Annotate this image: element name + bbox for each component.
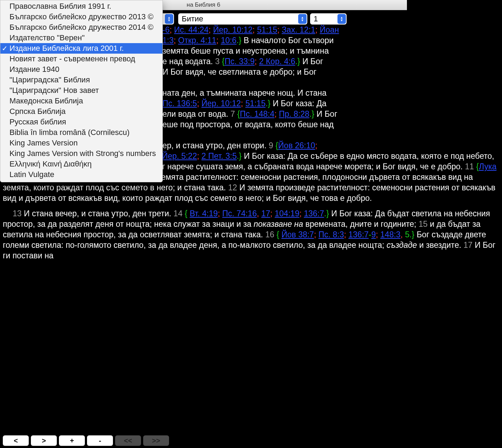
book-select-value: Битие bbox=[182, 14, 203, 23]
verse-text: И Бог bbox=[302, 57, 323, 66]
version-option[interactable]: Издание 1940 bbox=[0, 64, 162, 75]
cross-ref[interactable]: Пс. 74:16 bbox=[222, 209, 257, 218]
chapter-select-value: 1 bbox=[314, 14, 318, 23]
version-option[interactable]: Издателство "Верен" bbox=[0, 33, 162, 43]
version-option[interactable]: Издание Библейска лига 2001 г. bbox=[0, 43, 162, 54]
verse-text: И Бог bbox=[316, 109, 337, 118]
verse-text: ната ден, а тъмнината нарече нощ. И стан… bbox=[162, 88, 327, 97]
cross-ref[interactable]: 51:15 bbox=[257, 25, 277, 34]
verse-text: времената, дните и годините; bbox=[305, 219, 407, 229]
cross-ref[interactable]: Йер. 10:12 bbox=[201, 99, 241, 108]
cross-ref[interactable]: Йов 38:7 bbox=[281, 230, 314, 239]
verse-number: 14 bbox=[174, 209, 183, 218]
version-option[interactable]: Српска Библија bbox=[0, 106, 162, 117]
version-option[interactable]: Biblia în limba română (Cornilescu) bbox=[0, 127, 162, 138]
verse-number: 7 bbox=[230, 109, 235, 118]
cross-ref[interactable]: 51:15 bbox=[245, 99, 266, 108]
cross-ref[interactable]: Йоан bbox=[320, 25, 339, 34]
cross-ref[interactable]: -6 bbox=[162, 25, 169, 34]
cross-ref[interactable]: Вт. 4:19 bbox=[190, 209, 218, 218]
cross-ref[interactable]: Пс. 8:3 bbox=[319, 230, 344, 239]
cross-ref[interactable]: Пс. 148:4 bbox=[240, 109, 274, 118]
verse-text: земята беше пуста и неустроена; и тъмнин… bbox=[162, 46, 329, 55]
cross-ref[interactable]: 10:6 bbox=[221, 36, 236, 45]
cross-ref[interactable]: 2 Пет. 3:5 bbox=[201, 151, 236, 161]
chevron-updown-icon: ▲▼ bbox=[298, 14, 307, 24]
version-option[interactable]: Православна Библия 1991 г. bbox=[0, 1, 162, 12]
verse-text: е над водата. bbox=[162, 57, 215, 66]
cross-ref[interactable]: 9 bbox=[372, 230, 376, 239]
version-option[interactable]: Българско библейско дружество 2013 © bbox=[0, 12, 162, 22]
version-option[interactable]: King James Version with Strong's numbers bbox=[0, 148, 162, 159]
verse-text-italic: създаде bbox=[387, 240, 407, 250]
verse-number: 13 bbox=[13, 209, 22, 218]
cross-ref[interactable]: 136:7 bbox=[348, 230, 369, 239]
verse-number: 12 bbox=[228, 183, 237, 192]
cross-ref[interactable]: Пс. 136:5 bbox=[162, 99, 197, 108]
chevron-updown-icon: ▲▼ bbox=[337, 14, 346, 24]
chapter-select[interactable]: 1 ▲▼ bbox=[310, 13, 347, 25]
cross-ref[interactable]: 2 Кор. 4:6 bbox=[259, 57, 295, 66]
cross-ref[interactable]: 148:3 bbox=[380, 230, 401, 239]
verse-text: И Бог нарече сушата земя, а събраната во… bbox=[144, 162, 407, 171]
book-select[interactable]: Битие ▲▼ bbox=[178, 13, 307, 25]
verse-text: еше под простора, от водата, която беше … bbox=[162, 120, 334, 129]
cross-ref[interactable]: Ис. 44:24 bbox=[174, 25, 208, 34]
cross-ref[interactable]: Пр. 8:28 bbox=[279, 109, 309, 118]
verse-text: И Бог каза: Да bbox=[273, 99, 326, 108]
cross-ref[interactable]: 104:19 bbox=[275, 209, 299, 218]
verse-text: ели вода от вода. bbox=[162, 109, 230, 118]
verse-text: В началото Бог сътвори bbox=[244, 36, 334, 45]
verse-text: ер, и стана утро, ден втори. bbox=[162, 141, 269, 150]
verse-number: 16 bbox=[265, 230, 274, 239]
cross-ref[interactable]: 17 bbox=[261, 209, 270, 218]
cross-ref[interactable]: 5 bbox=[405, 230, 407, 239]
cross-ref[interactable]: 1:3 bbox=[162, 36, 174, 45]
verse-number: 3 bbox=[215, 57, 220, 66]
window-title: на Библия 6 bbox=[187, 1, 220, 8]
version-option[interactable]: "Цариградски" Нов завет bbox=[0, 85, 162, 96]
version-option[interactable]: Ελληνική Καινή Διαθήκη bbox=[0, 159, 162, 169]
version-option[interactable]: "Цариградска" Библия bbox=[0, 75, 162, 85]
version-option[interactable]: Latin Vulgate bbox=[0, 169, 162, 180]
cross-ref[interactable]: Пс. 33:9 bbox=[225, 57, 255, 66]
verse-number: 9 bbox=[269, 141, 273, 150]
version-option[interactable]: King James Version bbox=[0, 138, 162, 148]
cross-ref[interactable]: Откр. 4:11 bbox=[178, 36, 216, 45]
version-option[interactable]: Новият завет - съвременен превод bbox=[0, 54, 162, 64]
cross-ref[interactable]: Йов 26:10 bbox=[278, 141, 315, 150]
cross-ref[interactable]: Зах. 12:1 bbox=[282, 25, 315, 34]
verse-text-italic: показване на bbox=[254, 219, 303, 229]
verse-text: И стана вечер, и стана утро, ден трети. bbox=[24, 209, 174, 218]
verse-text: И Бог видя, че светлината е добро; и Бог bbox=[162, 67, 316, 76]
version-option[interactable]: Русская библия bbox=[0, 117, 162, 127]
cross-ref[interactable]: Йер. 10:12 bbox=[213, 25, 252, 34]
version-option[interactable]: Македонска Библија bbox=[0, 96, 162, 106]
version-option[interactable]: Българско библейско дружество 2014 © bbox=[0, 22, 162, 33]
cross-ref[interactable]: Йер. 5:22 bbox=[162, 151, 197, 161]
cross-ref[interactable]: 136:7 bbox=[304, 209, 324, 218]
version-dropdown[interactable]: Православна Библия 1991 г.Българско библ… bbox=[0, 0, 163, 182]
chevron-updown-icon: ▲▼ bbox=[165, 14, 173, 24]
